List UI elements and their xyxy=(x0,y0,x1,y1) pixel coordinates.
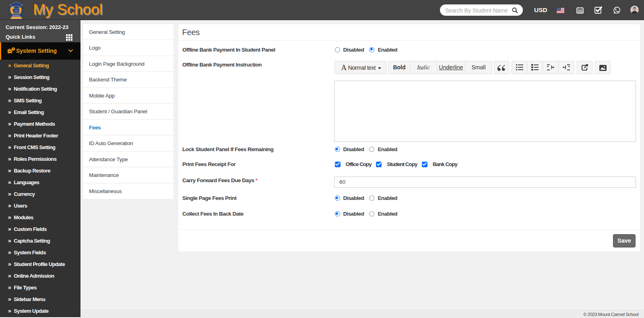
svg-text:SCHOOL: SCHOOL xyxy=(12,15,20,17)
